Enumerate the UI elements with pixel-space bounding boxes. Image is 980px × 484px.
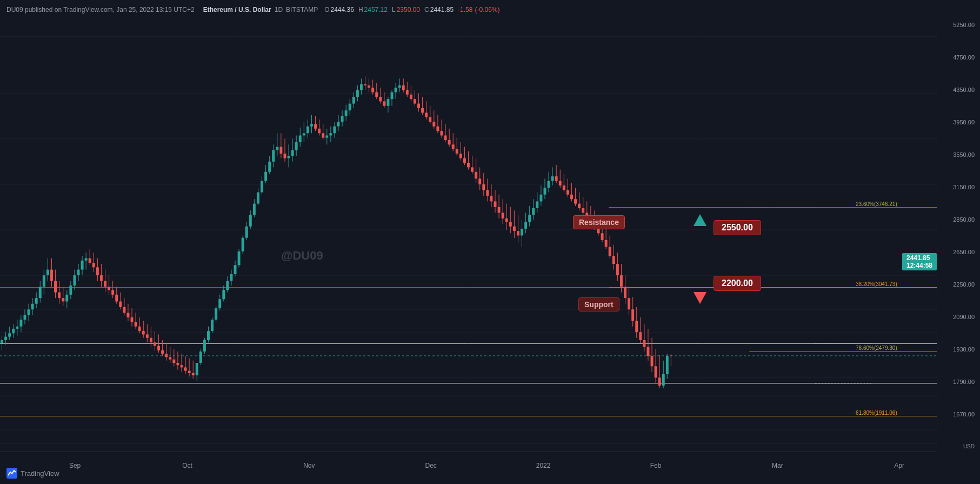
- main-chart-canvas: [0, 19, 937, 452]
- time-sep: Sep: [69, 462, 81, 469]
- price-1670: 1670.00: [939, 411, 978, 417]
- support-label: Support: [584, 300, 614, 309]
- low-label: L: [392, 6, 396, 14]
- price-1930: 1930.00: [939, 346, 978, 353]
- watermark: @DU09: [281, 249, 323, 263]
- timeframe-label: 1D: [275, 6, 283, 14]
- price-2090: 2090.00: [939, 314, 978, 320]
- time-dec: Dec: [425, 462, 437, 469]
- support-annotation: Support: [578, 297, 619, 311]
- resistance-annotation: Resistance: [573, 215, 625, 229]
- price-4750: 4750.00: [939, 54, 978, 61]
- publisher-label: DU09 published on TradingView.com, Jan 2…: [6, 6, 195, 14]
- price-target-2200: 2200.00: [714, 276, 761, 291]
- price-target-2550: 2550.00: [714, 220, 761, 235]
- time-feb: Feb: [650, 462, 662, 469]
- time-2022: 2022: [536, 462, 551, 469]
- price-2250: 2250.00: [939, 281, 978, 288]
- price-5250: 5250.00: [939, 22, 978, 28]
- current-time-value: 12:44:58: [906, 262, 932, 269]
- chart-container: DU09 published on TradingView.com, Jan 2…: [0, 0, 980, 484]
- arrow-down-indicator: [694, 292, 706, 306]
- open-value: 2444.36: [331, 6, 354, 14]
- price-3550: 3550.00: [939, 151, 978, 158]
- time-oct: Oct: [182, 462, 192, 469]
- time-mar: Mar: [772, 462, 783, 469]
- price-2650: 2650.00: [939, 249, 978, 255]
- exchange-label: BITSTAMP: [286, 6, 318, 14]
- chart-area: [0, 19, 937, 452]
- change-pct-value: -0.06%: [477, 6, 497, 14]
- price-3150: 3150.00: [939, 184, 978, 190]
- current-price-value: 2441.85: [906, 254, 932, 262]
- change-value: -1.58: [458, 6, 472, 14]
- current-price-badge: 2441.85 12:44:58: [902, 253, 937, 270]
- resistance-label: Resistance: [579, 218, 619, 227]
- price-3950: 3950.00: [939, 119, 978, 125]
- high-label: H: [358, 6, 363, 14]
- open-label: O: [324, 6, 329, 14]
- tradingview-logo: TradingView: [6, 468, 59, 479]
- price-axis: 5250.00 4750.00 4350.00 3950.00 3550.00 …: [937, 19, 980, 452]
- top-bar: DU09 published on TradingView.com, Jan 2…: [0, 0, 980, 19]
- low-value: 2350.00: [397, 6, 420, 14]
- arrow-up-indicator: [694, 214, 706, 228]
- pair-label: Ethereum / U.S. Dollar: [203, 6, 271, 14]
- close-label: C: [424, 6, 429, 14]
- high-value: 2457.12: [364, 6, 388, 14]
- price-4350: 4350.00: [939, 87, 978, 93]
- close-value: 2441.85: [430, 6, 454, 14]
- price-2850: 2850.00: [939, 216, 978, 223]
- logo-text: TradingView: [21, 469, 59, 478]
- target-high-value: 2550.00: [722, 223, 753, 232]
- target-low-value: 2200.00: [722, 279, 753, 288]
- time-apr: Apr: [894, 462, 904, 469]
- time-axis: Sep Oct Nov Dec 2022 Feb Mar Apr: [0, 452, 937, 484]
- price-1790: 1790.00: [939, 379, 978, 385]
- price-usd: USD: [939, 443, 978, 449]
- time-nov: Nov: [303, 462, 315, 469]
